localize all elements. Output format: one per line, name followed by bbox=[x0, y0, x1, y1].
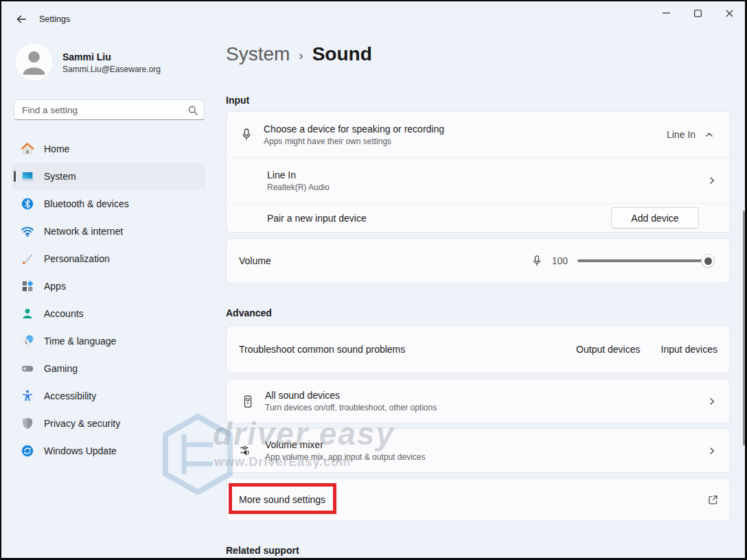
search-box bbox=[14, 100, 205, 120]
sidebar-item-windows-update[interactable]: Windows Update bbox=[12, 437, 205, 465]
sidebar-item-label: Privacy & security bbox=[44, 418, 120, 429]
breadcrumb-system[interactable]: System bbox=[226, 43, 290, 65]
close-button[interactable] bbox=[713, 1, 745, 25]
sidebar-item-accessibility[interactable]: Accessibility bbox=[12, 382, 205, 410]
search-input[interactable] bbox=[14, 100, 204, 119]
advanced-section-header: Advanced bbox=[226, 307, 272, 318]
all-sound-devices-card: All sound devices Turn devices on/off, t… bbox=[226, 379, 731, 423]
output-devices-button[interactable]: Output devices bbox=[576, 344, 640, 355]
input-device-card: Choose a device for speaking or recordin… bbox=[226, 111, 731, 233]
breadcrumb: System › Sound bbox=[226, 41, 372, 67]
sidebar-item-apps[interactable]: Apps bbox=[12, 272, 205, 300]
system-icon bbox=[21, 170, 34, 183]
time-language-icon bbox=[21, 334, 34, 348]
profile-email: Sammi.Liu@Easeware.org bbox=[62, 65, 161, 74]
annotation-highlight-box bbox=[229, 483, 336, 514]
sidebar-nav: Home System Blueto bbox=[12, 135, 205, 465]
chevron-right-icon bbox=[706, 175, 717, 186]
sidebar-item-gaming[interactable]: Gaming bbox=[12, 355, 205, 382]
maximize-icon bbox=[694, 10, 702, 17]
settings-window: Settings Sammi Liu Sammi.Liu@Easeware.or… bbox=[0, 0, 747, 560]
all-sound-devices-subtitle: Turn devices on/off, troubleshoot, other… bbox=[265, 403, 437, 412]
back-arrow-icon bbox=[15, 13, 27, 25]
volume-card: Volume 100 bbox=[226, 238, 731, 283]
choose-device-subtitle: Apps might have their own settings bbox=[264, 137, 444, 146]
sidebar-item-label: Apps bbox=[44, 281, 66, 292]
sidebar-item-time-language[interactable]: Time & language bbox=[12, 327, 205, 355]
volume-label: Volume bbox=[239, 255, 271, 266]
bluetooth-icon bbox=[21, 197, 34, 211]
choose-device-row[interactable]: Choose a device for speaking or recordin… bbox=[227, 112, 730, 157]
sidebar-item-label: Time & language bbox=[44, 336, 116, 347]
microphone-icon bbox=[530, 254, 544, 268]
sidebar-item-label: Windows Update bbox=[44, 445, 117, 456]
volume-mixer-row[interactable]: Volume mixer App volume mix, app input &… bbox=[227, 429, 730, 472]
all-sound-devices-row[interactable]: All sound devices Turn devices on/off, t… bbox=[227, 380, 730, 423]
minimize-icon bbox=[663, 12, 670, 14]
chevron-right-icon bbox=[706, 396, 717, 407]
search-icon[interactable] bbox=[187, 105, 198, 119]
add-device-button[interactable]: Add device bbox=[611, 207, 699, 229]
sidebar-item-label: System bbox=[44, 171, 76, 182]
app-title: Settings bbox=[39, 14, 70, 24]
personalization-icon bbox=[21, 252, 34, 266]
network-icon bbox=[21, 224, 34, 238]
window-controls bbox=[650, 1, 745, 25]
back-button[interactable] bbox=[11, 10, 32, 28]
pair-device-row: Pair a new input device Add device bbox=[227, 203, 730, 232]
input-section-header: Input bbox=[226, 95, 249, 106]
person-icon bbox=[15, 43, 53, 81]
sidebar-item-label: Home bbox=[44, 143, 69, 154]
windows-update-icon bbox=[21, 444, 34, 458]
sidebar-item-label: Personalization bbox=[44, 253, 110, 264]
sidebar-item-label: Gaming bbox=[44, 363, 78, 374]
slider-thumb[interactable] bbox=[701, 254, 715, 268]
chevron-up-icon bbox=[704, 129, 715, 140]
sidebar-item-label: Accounts bbox=[44, 308, 84, 319]
related-support-header: Related support bbox=[226, 545, 299, 556]
shield-icon bbox=[21, 417, 34, 430]
sidebar-item-privacy-security[interactable]: Privacy & security bbox=[12, 410, 205, 437]
profile-name: Sammi Liu bbox=[62, 51, 111, 62]
sidebar-item-system[interactable]: System bbox=[12, 163, 205, 190]
input-device-combobox[interactable]: Line In bbox=[667, 129, 730, 140]
device-driver: Realtek(R) Audio bbox=[267, 183, 330, 192]
apps-icon bbox=[21, 279, 34, 293]
external-link-icon bbox=[706, 493, 719, 506]
sidebar-item-label: Accessibility bbox=[44, 390, 96, 401]
volume-value: 100 bbox=[552, 255, 568, 266]
microphone-icon bbox=[239, 127, 254, 142]
breadcrumb-separator: › bbox=[299, 46, 303, 63]
volume-slider[interactable] bbox=[577, 259, 712, 262]
minimize-button[interactable] bbox=[650, 1, 682, 25]
volume-row: Volume 100 bbox=[227, 239, 730, 283]
avatar bbox=[15, 43, 53, 81]
sidebar-item-personalization[interactable]: Personalization bbox=[12, 245, 205, 272]
scrollbar[interactable] bbox=[743, 211, 745, 445]
chevron-right-icon bbox=[706, 445, 717, 456]
accessibility-icon bbox=[21, 389, 34, 403]
pair-device-label: Pair a new input device bbox=[267, 213, 367, 224]
sidebar-item-bluetooth-devices[interactable]: Bluetooth & devices bbox=[12, 190, 205, 218]
close-icon bbox=[726, 10, 733, 17]
volume-mixer-title: Volume mixer bbox=[265, 439, 425, 450]
sidebar-item-network-internet[interactable]: Network & internet bbox=[12, 218, 205, 245]
all-sound-devices-title: All sound devices bbox=[265, 390, 437, 401]
troubleshoot-card: Troubleshoot common sound problems Outpu… bbox=[226, 325, 731, 373]
gaming-icon bbox=[21, 362, 34, 375]
input-devices-button[interactable]: Input devices bbox=[661, 344, 718, 355]
sidebar-item-accounts[interactable]: Accounts bbox=[12, 300, 205, 327]
page-title: Sound bbox=[312, 43, 372, 65]
troubleshoot-title: Troubleshoot common sound problems bbox=[239, 344, 405, 355]
choose-device-title: Choose a device for speaking or recordin… bbox=[264, 124, 444, 135]
sidebar-item-label: Network & internet bbox=[44, 226, 123, 237]
volume-mixer-subtitle: App volume mix, app input & output devic… bbox=[265, 452, 425, 462]
selected-indicator bbox=[14, 171, 16, 182]
volume-mixer-icon bbox=[239, 443, 255, 459]
speaker-device-icon bbox=[240, 394, 255, 409]
line-in-device-row[interactable]: Line In Realtek(R) Audio bbox=[227, 157, 730, 203]
home-icon bbox=[21, 142, 34, 156]
combobox-value: Line In bbox=[667, 129, 696, 140]
sidebar-item-home[interactable]: Home bbox=[12, 135, 205, 163]
maximize-button[interactable] bbox=[682, 1, 713, 25]
